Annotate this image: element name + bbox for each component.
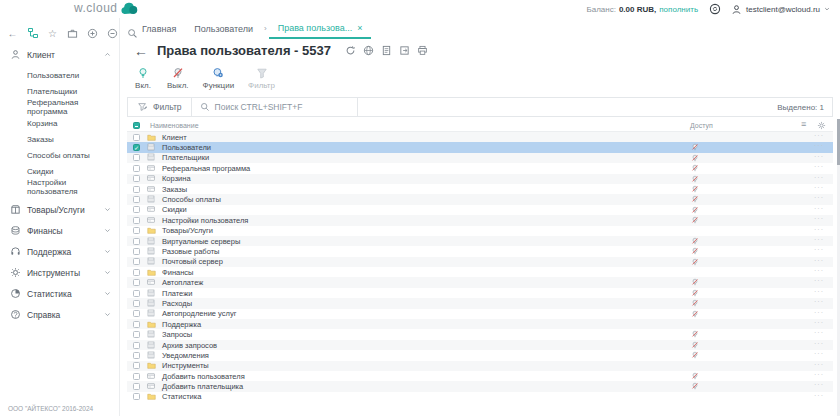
sidebar-item[interactable]: Способы оплаты (0, 147, 119, 163)
row-checkbox[interactable] (133, 227, 140, 234)
sync-icon[interactable] (708, 3, 721, 16)
row-actions-menu[interactable]: ··· (814, 319, 824, 326)
table-row[interactable]: Статистика··· (127, 392, 833, 402)
sidebar-item[interactable]: Пользователи (0, 67, 119, 83)
globe-icon[interactable] (363, 45, 374, 56)
row-actions-menu[interactable]: ··· (814, 236, 824, 243)
sidebar-item[interactable]: Реферальная программа (0, 99, 119, 115)
row-checkbox[interactable] (133, 290, 140, 297)
tab-user-rights-active[interactable]: Права пользова... × (269, 18, 372, 39)
row-checkbox[interactable] (133, 258, 140, 265)
row-checkbox[interactable] (133, 352, 140, 359)
row-checkbox[interactable] (133, 331, 140, 338)
table-row[interactable]: Автоплатеж··· (127, 277, 833, 287)
row-checkbox[interactable] (133, 217, 140, 224)
table-row[interactable]: Клиент··· (127, 132, 833, 142)
row-checkbox[interactable] (133, 134, 140, 141)
sidebar-item[interactable]: Скидки (0, 163, 119, 179)
table-row[interactable]: Корзина··· (127, 174, 833, 184)
table-settings-gear-icon[interactable] (817, 121, 826, 130)
row-actions-menu[interactable]: ··· (814, 226, 824, 233)
table-row[interactable]: Добавить пользователя··· (127, 371, 833, 381)
row-actions-menu[interactable]: ··· (814, 184, 824, 191)
table-row[interactable]: Запросы··· (127, 329, 833, 339)
row-actions-menu[interactable]: ··· (814, 298, 824, 305)
chevron-down-icon[interactable] (104, 269, 111, 276)
row-actions-menu[interactable]: ··· (814, 329, 824, 336)
table-row[interactable]: Реферальная программа··· (127, 163, 833, 173)
table-row[interactable]: Архив запросов··· (127, 340, 833, 350)
table-row[interactable]: Настройки пользователя··· (127, 215, 833, 225)
table-row[interactable]: Товары/Услуги··· (127, 226, 833, 236)
row-checkbox[interactable] (133, 196, 140, 203)
action-button-bulb-on[interactable]: Вкл. (130, 65, 156, 92)
search-field[interactable]: Поиск CTRL+SHIFT+F (192, 98, 357, 116)
row-checkbox[interactable] (133, 154, 140, 161)
row-actions-menu[interactable]: ··· (814, 246, 824, 253)
logo[interactable]: w.cloud (74, 1, 138, 15)
sidebar-item[interactable]: Корзина (0, 115, 119, 131)
row-checkbox[interactable] (133, 300, 140, 307)
table-row[interactable]: Платежи··· (127, 288, 833, 298)
row-actions-menu[interactable]: ··· (814, 277, 824, 284)
action-button-functions[interactable]: Функции (200, 65, 238, 92)
sidebar-item[interactable]: Плательщики (0, 83, 119, 99)
row-actions-menu[interactable]: ··· (814, 153, 824, 160)
back-icon[interactable]: ← (134, 44, 148, 58)
row-actions-menu[interactable]: ··· (814, 132, 824, 139)
sitemap-icon[interactable] (26, 27, 39, 40)
tab-home[interactable]: Главная (133, 18, 185, 39)
row-actions-menu[interactable]: ··· (814, 194, 824, 201)
row-actions-menu[interactable]: ··· (814, 288, 824, 295)
row-checkbox[interactable] (133, 165, 140, 172)
row-actions-menu[interactable]: ··· (814, 257, 824, 264)
table-row[interactable]: Инструменты··· (127, 361, 833, 371)
chevron-down-icon[interactable] (104, 248, 111, 255)
sidebar-item[interactable]: Настройки пользователя (0, 179, 119, 195)
row-checkbox[interactable] (133, 321, 140, 328)
action-button-bulb-off[interactable]: Выкл. (164, 65, 192, 92)
remove-circle-icon[interactable] (106, 27, 119, 40)
sidebar-section[interactable]: Инструменты (0, 262, 119, 283)
add-circle-icon[interactable] (86, 27, 99, 40)
topup-link[interactable]: пополнить (659, 5, 698, 14)
row-actions-menu[interactable]: ··· (814, 392, 824, 399)
filter-button[interactable]: Фильтр (128, 98, 191, 116)
row-actions-menu[interactable]: ··· (814, 350, 824, 357)
row-actions-menu[interactable]: ··· (814, 361, 824, 368)
chevron-down-icon[interactable] (104, 311, 111, 318)
document-icon[interactable] (381, 45, 392, 56)
row-checkbox[interactable] (133, 186, 140, 193)
row-checkbox[interactable] (133, 175, 140, 182)
row-checkbox[interactable] (133, 310, 140, 317)
row-actions-menu[interactable]: ··· (814, 163, 824, 170)
table-row[interactable]: Разовые работы··· (127, 246, 833, 256)
table-row[interactable]: Уведомления··· (127, 350, 833, 360)
briefcase-icon[interactable] (66, 27, 79, 40)
row-checkbox[interactable] (133, 393, 140, 400)
table-row[interactable]: Почтовый сервер··· (127, 257, 833, 267)
select-all-checkbox[interactable] (133, 122, 140, 129)
row-checkbox[interactable]: ✓ (133, 144, 140, 151)
tab-users[interactable]: Пользователи (185, 18, 262, 39)
row-actions-menu[interactable]: ··· (814, 309, 824, 316)
close-tab-icon[interactable]: × (357, 23, 362, 33)
row-actions-menu[interactable]: ··· (814, 205, 824, 212)
print-icon[interactable] (417, 45, 428, 56)
sidebar-section[interactable]: Статистика (0, 283, 119, 304)
row-checkbox[interactable] (133, 269, 140, 276)
chevron-down-icon[interactable] (104, 206, 111, 213)
back-arrow-icon[interactable]: ← (6, 27, 19, 40)
table-row[interactable]: Поддержка··· (127, 319, 833, 329)
row-checkbox[interactable] (133, 206, 140, 213)
table-row[interactable]: Виртуальные серверы··· (127, 236, 833, 246)
table-row[interactable]: ✓Пользователи··· (127, 142, 833, 152)
row-actions-menu[interactable]: ··· (814, 267, 824, 274)
row-checkbox[interactable] (133, 279, 140, 286)
table-row[interactable]: Заказы··· (127, 184, 833, 194)
sidebar-item[interactable]: Заказы (0, 131, 119, 147)
sidebar-section[interactable]: Товары/Услуги (0, 199, 119, 220)
refresh-icon[interactable] (345, 45, 356, 56)
row-checkbox[interactable] (133, 342, 140, 349)
export-icon[interactable] (399, 45, 410, 56)
